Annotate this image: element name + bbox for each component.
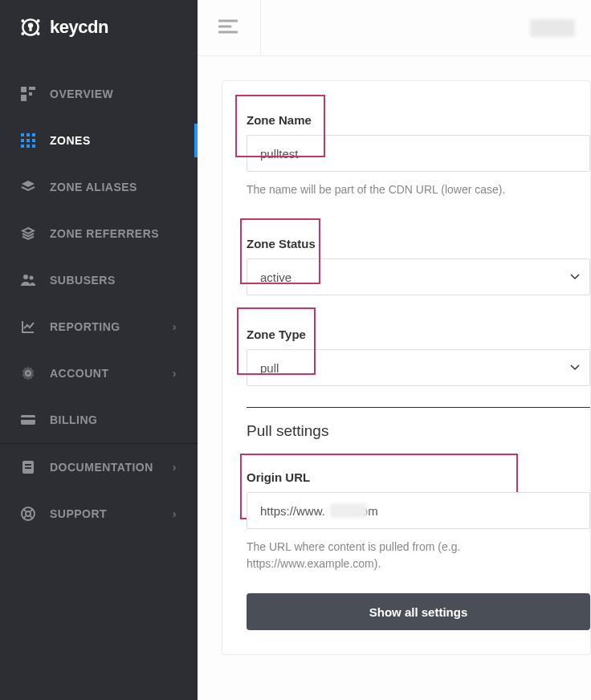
document-icon — [21, 460, 35, 474]
svg-rect-14 — [21, 139, 24, 142]
svg-point-4 — [37, 19, 40, 22]
main-content: Zone Name The name will be part of the C… — [198, 0, 591, 700]
origin-url-input[interactable] — [247, 492, 590, 529]
nav-billing[interactable]: BILLING — [0, 397, 198, 443]
nav-account[interactable]: ACCOUNT › — [0, 350, 198, 397]
nav-label: SUBUSERS — [50, 274, 116, 287]
svg-rect-9 — [29, 92, 32, 96]
dashboard-icon — [21, 87, 35, 101]
origin-url-label: Origin URL — [247, 462, 320, 489]
nav-subusers[interactable]: SUBUSERS — [0, 257, 198, 303]
svg-rect-25 — [25, 464, 31, 466]
svg-rect-2 — [29, 26, 31, 31]
redacted-area — [330, 503, 367, 518]
nav-zones[interactable]: ZONES — [0, 117, 198, 164]
svg-point-5 — [21, 32, 24, 35]
zone-type-select[interactable]: pull — [247, 349, 590, 386]
svg-point-3 — [21, 19, 24, 22]
nav-label: ZONE ALIASES — [50, 181, 137, 193]
grid-icon — [21, 133, 35, 148]
zone-name-input[interactable] — [247, 135, 590, 172]
chevron-right-icon: › — [173, 320, 177, 333]
gear-icon — [21, 366, 35, 381]
svg-rect-23 — [21, 417, 35, 420]
brand-name: keycdn — [50, 17, 108, 38]
nav-documentation[interactable]: DOCUMENTATION › — [0, 444, 198, 490]
logo[interactable]: keycdn — [0, 0, 198, 55]
zone-status-select[interactable]: active — [247, 258, 590, 295]
svg-rect-17 — [21, 144, 24, 148]
sidebar: keycdn OVERVIEW ZONES ZONE ALIASES ZONE … — [0, 0, 198, 700]
zone-status-label: Zone Status — [247, 229, 325, 255]
chart-icon — [21, 319, 35, 334]
nav-zone-aliases[interactable]: ZONE ALIASES — [0, 164, 198, 210]
svg-rect-13 — [32, 133, 35, 136]
nav-label: ACCOUNT — [50, 367, 109, 380]
zone-name-label: Zone Name — [247, 105, 321, 132]
zone-name-field: Zone Name The name will be part of the C… — [247, 105, 590, 198]
svg-rect-11 — [21, 133, 24, 136]
content-area: Zone Name The name will be part of the C… — [198, 56, 591, 700]
svg-rect-12 — [26, 133, 30, 136]
menu-toggle-icon[interactable] — [214, 14, 243, 42]
svg-point-28 — [26, 511, 31, 516]
nav-label: SUPPORT — [50, 507, 107, 520]
secondary-nav: DOCUMENTATION › SUPPORT › — [0, 444, 198, 537]
nav-label: ZONE REFERRERS — [50, 227, 159, 240]
nav-label: REPORTING — [50, 320, 120, 333]
zone-status-field: Zone Status active — [247, 229, 590, 295]
keycdn-logo-icon — [18, 14, 43, 40]
nav-reporting[interactable]: REPORTING › — [0, 303, 198, 350]
svg-point-21 — [30, 276, 34, 280]
svg-rect-16 — [32, 139, 35, 142]
svg-rect-15 — [26, 139, 30, 142]
chevron-right-icon: › — [173, 461, 177, 474]
zone-type-label: Zone Type — [247, 319, 316, 346]
topbar-user-area[interactable] — [530, 19, 575, 37]
layers-alt-icon — [21, 226, 35, 241]
nav-zone-referrers[interactable]: ZONE REFERRERS — [0, 210, 198, 257]
svg-point-6 — [37, 32, 40, 35]
origin-url-field: Origin URL The URL where content is pull… — [247, 462, 590, 572]
chevron-right-icon: › — [173, 507, 177, 520]
layers-icon — [21, 180, 35, 194]
show-all-settings-button[interactable]: Show all settings — [247, 593, 590, 630]
svg-rect-7 — [21, 87, 26, 92]
nav-label: OVERVIEW — [50, 88, 113, 100]
chevron-right-icon: › — [173, 367, 177, 380]
zone-form: Zone Name The name will be part of the C… — [222, 80, 591, 655]
nav-overview[interactable]: OVERVIEW — [0, 71, 198, 117]
credit-card-icon — [21, 413, 35, 427]
svg-rect-10 — [21, 95, 26, 101]
primary-nav: OVERVIEW ZONES ZONE ALIASES ZONE REFERRE… — [0, 71, 198, 443]
zone-type-field: Zone Type pull — [247, 319, 590, 386]
pull-settings-title: Pull settings — [247, 422, 590, 440]
topbar-separator — [260, 0, 261, 55]
section-divider — [247, 407, 590, 408]
zone-name-help: The name will be part of the CDN URL (lo… — [247, 181, 590, 198]
nav-label: BILLING — [50, 413, 98, 426]
svg-rect-26 — [25, 467, 31, 469]
nav-support[interactable]: SUPPORT › — [0, 490, 198, 537]
users-icon — [21, 273, 35, 287]
svg-rect-8 — [29, 87, 35, 90]
topbar — [198, 0, 591, 56]
nav-label: DOCUMENTATION — [50, 461, 153, 474]
origin-url-help: The URL where content is pulled from (e.… — [247, 539, 590, 572]
svg-rect-18 — [26, 144, 30, 148]
svg-point-20 — [23, 275, 28, 279]
lifebuoy-icon — [21, 507, 35, 521]
nav-label: ZONES — [50, 134, 91, 147]
svg-rect-19 — [32, 144, 35, 148]
